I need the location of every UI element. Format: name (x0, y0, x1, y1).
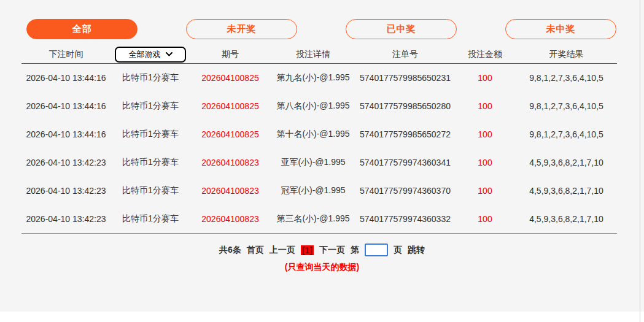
draw-result-cell: 4,5,9,3,6,8,2,1,7,10 (516, 214, 617, 224)
table-row: 2026-04-10 13:42:23 比特币1分赛车 202604100823… (21, 177, 617, 205)
bet-amount-cell: 100 (454, 101, 516, 111)
bet-records-table: 下注时间 全部游戏 期号 投注详情 注单号 投注金额 开奖结果 2 (21, 45, 617, 234)
bet-number-cell: 5740177579974360332 (356, 214, 454, 224)
game-name-cell: 比特币1分赛车 (111, 157, 190, 168)
current-page-badge: [1] (301, 245, 314, 255)
header-bet-amount: 投注金额 (454, 49, 516, 60)
bet-details-cell: 第九名(小)-@1.995 (270, 72, 356, 83)
first-page-link[interactable]: 首页 (247, 245, 264, 256)
today-only-note: (只查询当天的数据) (0, 262, 644, 273)
issue-number-cell: 202604100825 (190, 129, 270, 139)
bet-time-cell: 2026-04-10 13:42:23 (21, 214, 111, 224)
bet-details-cell: 第八名(小)-@1.995 (270, 101, 356, 112)
table-row: 2026-04-10 13:44:16 比特币1分赛车 202604100825… (21, 92, 617, 120)
jump-link[interactable]: 跳转 (408, 245, 425, 256)
bet-number-cell: 5740177579985650280 (356, 101, 454, 111)
bet-time-cell: 2026-04-10 13:42:23 (21, 186, 111, 196)
header-issue: 期号 (190, 49, 270, 60)
tab-all[interactable]: 全部 (26, 19, 138, 39)
game-filter-value: 全部游戏 (129, 49, 161, 60)
header-game-filter: 全部游戏 (111, 47, 190, 63)
pagination: 共6条 首页 上一页 [1] 下一页 第 页 跳转 (0, 243, 644, 256)
bet-time-cell: 2026-04-10 13:42:23 (21, 158, 111, 167)
draw-result-cell: 4,5,9,3,6,8,2,1,7,10 (516, 186, 617, 196)
table-body: 2026-04-10 13:44:16 比特币1分赛车 202604100825… (21, 64, 617, 234)
header-draw-result: 开奖结果 (516, 49, 617, 60)
bet-time-cell: 2026-04-10 13:44:16 (21, 73, 111, 83)
page-number-input[interactable] (365, 243, 388, 256)
issue-number-cell: 202604100823 (190, 158, 270, 167)
header-bet-time: 下注时间 (21, 49, 111, 60)
bet-amount-cell: 100 (454, 158, 516, 167)
bet-number-cell: 5740177579985650231 (356, 73, 454, 83)
game-name-cell: 比特币1分赛车 (111, 72, 190, 83)
tab-won[interactable]: 已中奖 (346, 19, 457, 39)
table-header-row: 下注时间 全部游戏 期号 投注详情 注单号 投注金额 开奖结果 (21, 45, 617, 64)
table-row: 2026-04-10 13:44:16 比特币1分赛车 202604100825… (21, 64, 617, 92)
game-name-cell: 比特币1分赛车 (111, 213, 190, 224)
bet-details-cell: 亚军(小)-@1.995 (270, 157, 356, 168)
filter-tabs: 全部 未开奖 已中奖 未中奖 (0, 0, 644, 39)
bet-details-cell: 第十名(小)-@1.995 (270, 129, 356, 140)
right-divider (640, 0, 640, 322)
bet-records-page: 全部 未开奖 已中奖 未中奖 下注时间 全部游戏 期号 投注详情 注 (0, 0, 644, 322)
bet-time-cell: 2026-04-10 13:44:16 (21, 129, 111, 139)
bet-details-cell: 冠军(小)-@1.995 (270, 185, 356, 196)
bet-records-panel: 全部 未开奖 已中奖 未中奖 下注时间 全部游戏 期号 投注详情 注 (0, 0, 644, 312)
draw-result-cell: 4,5,9,3,6,8,2,1,7,10 (516, 158, 617, 167)
bet-amount-cell: 100 (454, 186, 516, 196)
bet-amount-cell: 100 (454, 73, 516, 83)
game-filter-select[interactable]: 全部游戏 (115, 47, 186, 63)
table-row: 2026-04-10 13:42:23 比特币1分赛车 202604100823… (21, 148, 617, 177)
game-name-cell: 比特币1分赛车 (111, 185, 190, 196)
header-bet-details: 投注详情 (270, 49, 356, 60)
draw-result-cell: 9,8,1,2,7,3,6,4,10,5 (516, 129, 617, 139)
game-name-cell: 比特币1分赛车 (111, 129, 190, 140)
tab-not-won[interactable]: 未中奖 (505, 19, 616, 39)
issue-number-cell: 202604100823 (190, 214, 270, 224)
bet-details-cell: 第三名(小)-@1.995 (270, 213, 356, 224)
total-count-label: 共6条 (219, 245, 241, 256)
bet-amount-cell: 100 (454, 214, 516, 224)
bet-number-cell: 5740177579974360370 (356, 186, 454, 196)
draw-result-cell: 9,8,1,2,7,3,6,4,10,5 (516, 101, 617, 111)
chevron-down-icon (166, 52, 173, 56)
bet-time-cell: 2026-04-10 13:44:16 (21, 101, 111, 111)
header-bet-number: 注单号 (356, 49, 454, 60)
bet-number-cell: 5740177579974360341 (356, 158, 454, 167)
table-row: 2026-04-10 13:44:16 比特币1分赛车 202604100825… (21, 120, 617, 148)
draw-result-cell: 9,8,1,2,7,3,6,4,10,5 (516, 73, 617, 83)
bet-number-cell: 5740177579985650272 (356, 129, 454, 139)
issue-number-cell: 202604100825 (190, 101, 270, 111)
page-suffix-label: 页 (394, 245, 402, 256)
game-name-cell: 比特币1分赛车 (111, 101, 190, 112)
bottom-strip (0, 312, 644, 322)
prev-page-link[interactable]: 上一页 (270, 245, 295, 256)
table-row: 2026-04-10 13:42:23 比特币1分赛车 202604100823… (21, 205, 617, 233)
bet-amount-cell: 100 (454, 129, 516, 139)
page-prefix-label: 第 (351, 245, 359, 256)
issue-number-cell: 202604100823 (190, 186, 270, 196)
issue-number-cell: 202604100825 (190, 73, 270, 83)
tab-not-drawn[interactable]: 未开奖 (186, 19, 297, 39)
next-page-link[interactable]: 下一页 (319, 245, 345, 256)
